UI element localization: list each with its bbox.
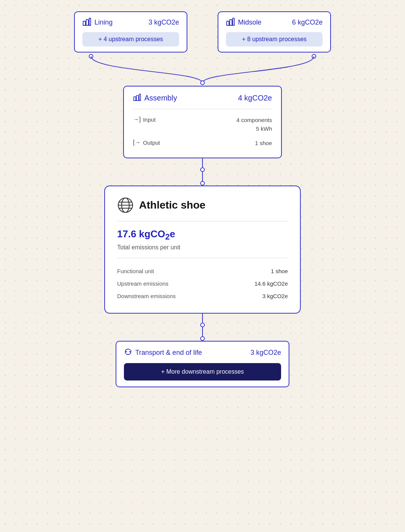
- downstream-emissions-row: Downstream emissions 3 kgCO2e: [117, 290, 288, 302]
- assembly-title-text: Assembly: [144, 94, 177, 102]
- assembly-divider: [133, 109, 272, 109]
- upstream-emissions-row: Upstream emissions 14.6 kgCO2e: [117, 277, 288, 290]
- assembly-input-row: →] Input 4 components 5 kWh: [133, 113, 272, 136]
- assembly-output-label: Output: [143, 139, 160, 146]
- globe-icon: [117, 197, 134, 213]
- main-athletic-shoe-card: Athletic shoe 17.6 kgCO2e Total emission…: [104, 186, 301, 314]
- top-row: Lining 3 kgCO2e + 4 upstream processes: [8, 11, 397, 53]
- assembly-emissions: 4 kgCO2e: [238, 94, 272, 102]
- downstream-emissions-label: Downstream emissions: [117, 293, 176, 299]
- functional-unit-row: Functional unit 1 shoe: [117, 265, 288, 277]
- functional-unit-value: 1 shoe: [271, 268, 288, 274]
- connector-line-1: [202, 158, 203, 167]
- factory-icon-lining: [82, 17, 91, 28]
- assembly-input-label-group: →] Input: [133, 116, 156, 123]
- lining-title: Lining: [94, 19, 113, 26]
- midsole-emissions: 6 kgCO2e: [292, 19, 323, 26]
- assembly-output-value: 1 shoe: [255, 139, 272, 148]
- svg-rect-2: [89, 18, 91, 26]
- factory-icon-midsole: [226, 17, 235, 28]
- transport-emissions: 3 kgCO2e: [250, 349, 281, 357]
- svg-rect-6: [233, 18, 234, 26]
- connector-circle-2: [200, 181, 205, 186]
- connector-circle-4: [200, 336, 205, 341]
- transport-header: Transport & end of life 3 kgCO2e: [124, 348, 281, 358]
- lining-title-group: Lining: [82, 17, 113, 28]
- main-divider-1: [117, 221, 288, 221]
- midsole-card: Midsole 6 kgCO2e + 8 upstream processes: [218, 11, 331, 53]
- assembly-title-group: Assembly: [133, 93, 177, 103]
- connector-line-3: [202, 314, 203, 323]
- lining-emissions: 3 kgCO2e: [148, 19, 179, 26]
- assembly-output-label-group: [→ Output: [133, 139, 160, 146]
- lining-card: Lining 3 kgCO2e + 4 upstream processes: [74, 11, 187, 53]
- main-title-row: Athletic shoe: [117, 197, 288, 213]
- lining-card-header: Lining 3 kgCO2e: [82, 17, 179, 28]
- connector-circle-1: [200, 167, 205, 172]
- assembly-input-value: 4 components 5 kWh: [237, 116, 272, 133]
- transport-card: Transport & end of life 3 kgCO2e + More …: [116, 341, 289, 387]
- main-divider-2: [117, 258, 288, 258]
- svg-rect-13: [139, 94, 141, 101]
- midsole-upstream-btn[interactable]: + 8 upstream processes: [226, 32, 323, 46]
- svg-rect-1: [86, 20, 88, 26]
- svg-rect-5: [230, 20, 232, 26]
- svg-rect-12: [136, 95, 138, 101]
- top-connector-svg: [32, 53, 373, 87]
- assembly-input-label: Input: [143, 116, 155, 123]
- lining-upstream-btn[interactable]: + 4 upstream processes: [82, 32, 179, 46]
- downstream-emissions-value: 3 kgCO2e: [262, 293, 288, 299]
- assembly-header: Assembly 4 kgCO2e: [133, 93, 272, 103]
- upstream-emissions-label: Upstream emissions: [117, 280, 168, 287]
- svg-point-10: [201, 81, 204, 85]
- functional-unit-label: Functional unit: [117, 268, 154, 274]
- main-emissions-value: 17.6 kgCO2e: [117, 228, 288, 242]
- main-to-transport-connector: [200, 314, 205, 341]
- midsole-title: Midsole: [238, 19, 261, 26]
- midsole-card-header: Midsole 6 kgCO2e: [226, 17, 323, 28]
- recycle-icon: [124, 348, 132, 358]
- transport-title-text: Transport & end of life: [135, 349, 202, 357]
- transport-title-group: Transport & end of life: [124, 348, 202, 358]
- input-icon: →]: [133, 116, 141, 123]
- assembly-to-main-connector: [200, 158, 205, 186]
- main-emissions-label: Total emissions per unit: [117, 244, 288, 251]
- assembly-output-row: [→ Output 1 shoe: [133, 136, 272, 151]
- assembly-card: Assembly 4 kgCO2e →] Input 4 components …: [123, 86, 282, 158]
- factory-icon-assembly: [133, 93, 141, 103]
- upstream-emissions-value: 14.6 kgCO2e: [255, 280, 288, 287]
- main-card-title: Athletic shoe: [139, 199, 206, 211]
- downstream-processes-btn[interactable]: + More downstream processes: [124, 363, 281, 380]
- output-icon: [→: [133, 139, 141, 146]
- midsole-title-group: Midsole: [226, 17, 261, 28]
- connector-line-2: [202, 172, 203, 181]
- connector-line-4: [202, 327, 203, 336]
- page-container: Lining 3 kgCO2e + 4 upstream processes: [0, 0, 405, 532]
- connector-circle-3: [200, 323, 205, 327]
